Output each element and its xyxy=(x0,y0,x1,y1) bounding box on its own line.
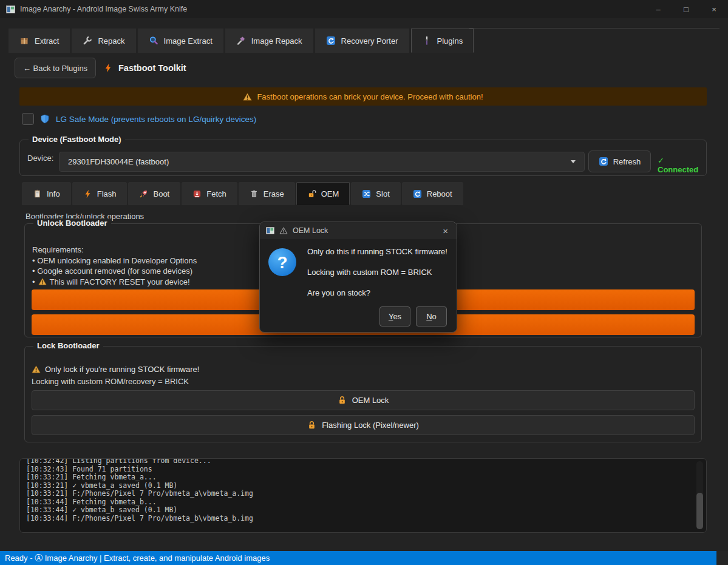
log-console[interactable]: [10:32:42] Listing partitions from devic… xyxy=(19,458,707,533)
fastboot-subtabs: Info Flash Boot Fetch Erase OEM Slot Re xyxy=(22,182,463,205)
page-title: Fastboot Toolkit xyxy=(118,63,186,73)
no-button-label: No xyxy=(417,312,446,321)
yes-button[interactable]: Yes xyxy=(379,306,410,326)
flashing-lock-button-label: Flashing Lock (Pixel/newer) xyxy=(322,421,419,430)
log-line: [10:32:42] Listing partitions from devic… xyxy=(26,458,692,465)
download-icon xyxy=(192,189,202,198)
requirement-item: OEM unlocking enabled in Developer Optio… xyxy=(32,255,197,266)
resize-grip[interactable] xyxy=(716,551,728,565)
dialog-titlebar[interactable]: OEM Lock × xyxy=(260,222,457,239)
tab-repack[interactable]: Repack xyxy=(72,29,135,53)
shield-icon xyxy=(40,114,50,124)
dialog-message-line: Locking with custom ROM = BRICK xyxy=(307,268,432,277)
device-group-title: Device (Fastboot Mode) xyxy=(29,135,125,144)
subtab-label: Info xyxy=(47,189,60,198)
subtab-label: Reboot xyxy=(427,189,452,198)
status-text: Ready - Ⓐ Image Anarchy | Extract, creat… xyxy=(5,553,270,564)
chevron-down-icon xyxy=(571,160,576,163)
warning-banner: Fastboot operations can brick your devic… xyxy=(19,87,707,106)
tab-image-extract[interactable]: Image Extract xyxy=(138,29,223,53)
lock-icon xyxy=(338,396,347,405)
clipboard-icon xyxy=(33,189,42,198)
refresh-icon xyxy=(599,157,608,166)
lock-icon xyxy=(307,421,316,430)
refresh-button[interactable]: Refresh xyxy=(588,151,651,172)
app-icon xyxy=(266,227,274,234)
maximize-button[interactable]: □ xyxy=(672,0,700,18)
oem-lock-button[interactable]: OEM Lock xyxy=(32,390,695,410)
tab-label: Image Extract xyxy=(164,36,213,46)
flashing-lock-button[interactable]: Flashing Lock (Pixel/newer) xyxy=(32,415,695,435)
subtab-boot[interactable]: Boot xyxy=(128,182,180,205)
subtab-label: Flash xyxy=(97,189,117,198)
lg-safe-mode-checkbox[interactable] xyxy=(22,113,34,125)
oem-lock-button-label: OEM Lock xyxy=(352,396,389,405)
warning-outline-icon xyxy=(279,226,288,235)
refresh-button-label: Refresh xyxy=(613,157,641,166)
warning-banner-text: Fastboot operations can brick your devic… xyxy=(257,92,483,101)
lock-group-title: Lock Bootloader xyxy=(33,341,103,350)
tab-label: Plugins xyxy=(437,36,463,46)
shuffle-icon xyxy=(362,189,371,198)
minimize-button[interactable]: – xyxy=(644,0,672,18)
log-line: [10:33:21] F:/Phones/Pixel 7 Pro/vbmeta_… xyxy=(26,490,692,498)
log-scrollbar[interactable] xyxy=(696,461,703,529)
device-select[interactable]: 29301FDH30044E (fastboot) xyxy=(59,152,585,172)
lightning-icon xyxy=(103,63,113,73)
requirement-warning-text: This will FACTORY RESET your device! xyxy=(50,277,190,288)
tabbar-divider xyxy=(469,28,719,29)
requirement-item: Google account removed (for some devices… xyxy=(32,266,197,277)
app-icon xyxy=(6,5,15,13)
lg-safe-mode-label[interactable]: LG Safe Mode (prevents reboots on LG/qui… xyxy=(56,115,256,124)
back-to-plugins-button[interactable]: ← Back to Plugins xyxy=(15,58,96,78)
subtab-reboot[interactable]: Reboot xyxy=(402,182,463,205)
warning-icon xyxy=(38,277,47,286)
lightning-icon xyxy=(83,189,92,198)
close-button[interactable]: × xyxy=(700,0,728,18)
subtab-erase[interactable]: Erase xyxy=(239,182,295,205)
requirements-title: Requirements: xyxy=(32,245,197,255)
window-controls: – □ × xyxy=(644,0,728,18)
svg-text:?: ? xyxy=(277,253,287,272)
log-line: [10:33:44] ✓ vbmeta_b saved (0.1 MB) xyxy=(26,506,692,515)
tab-label: Recovery Porter xyxy=(341,36,398,46)
dialog-message-line: Are you on stock? xyxy=(307,288,370,297)
subtab-oem[interactable]: OEM xyxy=(296,182,350,205)
log-line: [10:33:21] Fetching vbmeta_a... xyxy=(26,473,692,482)
warning-icon xyxy=(243,92,252,101)
yes-button-label: Yes xyxy=(380,312,410,321)
subtab-slot[interactable]: Slot xyxy=(351,182,400,205)
subtab-info[interactable]: Info xyxy=(22,182,71,205)
device-group: Device (Fastboot Mode) Device: 29301FDH3… xyxy=(19,140,707,176)
requirements-block: Requirements: OEM unlocking enabled in D… xyxy=(32,245,197,287)
tab-label: Extract xyxy=(35,36,59,46)
tab-image-repack[interactable]: Image Repack xyxy=(225,29,313,53)
log-scrollbar-thumb[interactable] xyxy=(696,493,703,529)
dialog-title: OEM Lock xyxy=(293,226,328,235)
device-select-value: 29301FDH30044E (fastboot) xyxy=(68,157,169,166)
window-title: Image Anarchy - Android Image Swiss Army… xyxy=(20,5,187,13)
tab-extract[interactable]: Extract xyxy=(9,29,70,53)
lock-warning-line2: Locking with custom ROM/recovery = BRICK xyxy=(32,377,189,386)
dialog-body: ? Only do this if running STOCK firmware… xyxy=(260,239,457,333)
requirement-warning: This will FACTORY RESET your device! xyxy=(32,277,197,288)
dialog-close-button[interactable]: × xyxy=(440,226,451,236)
hammer-icon xyxy=(236,36,246,46)
window-titlebar: Image Anarchy - Android Image Swiss Army… xyxy=(0,0,728,18)
tab-recovery-porter[interactable]: Recovery Porter xyxy=(315,29,409,53)
log-line: [10:33:44] Fetching vbmeta_b... xyxy=(26,498,692,507)
dialog-message-line: Only do this if running STOCK firmware! xyxy=(307,247,447,256)
package-icon xyxy=(19,36,29,46)
subtab-fetch[interactable]: Fetch xyxy=(182,182,237,205)
question-icon: ? xyxy=(268,248,297,277)
no-button[interactable]: No xyxy=(416,306,447,326)
connection-status: ✓ Connected xyxy=(658,156,706,174)
tab-label: Image Repack xyxy=(251,36,302,46)
lock-warning-text1: Only lock if you're running STOCK firmwa… xyxy=(45,365,199,374)
subtab-label: Boot xyxy=(153,189,169,198)
recovery-icon xyxy=(326,36,336,46)
rocket-icon xyxy=(139,189,148,198)
lock-warning-line1: Only lock if you're running STOCK firmwa… xyxy=(32,365,199,374)
subtab-flash[interactable]: Flash xyxy=(72,182,128,205)
tab-plugins[interactable]: Plugins xyxy=(411,29,474,53)
